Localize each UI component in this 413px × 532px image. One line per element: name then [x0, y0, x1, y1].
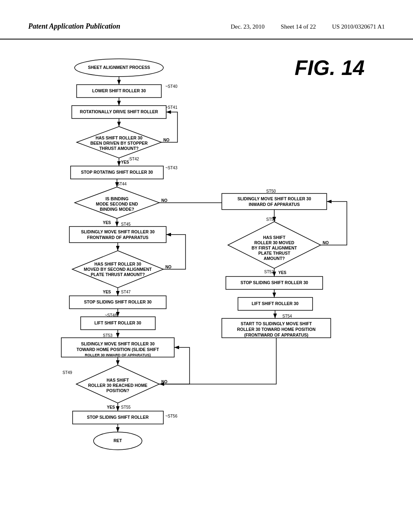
text-st46-3: PLATE THRUST AMOUNT? — [91, 272, 145, 277]
text-st51-3: BY FIRST ALIGNMENT — [252, 245, 297, 250]
text-st45-1: SLIDINGLY MOVE SHIFT ROLLER 30 — [81, 229, 155, 234]
text-st50-1: SLIDINGLY MOVE SHIFT ROLLER 30 — [238, 196, 311, 201]
publication-date: Dec. 23, 2010 — [231, 23, 265, 30]
flowchart-svg: SHEET ALIGNMENT PROCESS ~ST40 LOWER SHIF… — [40, 56, 371, 519]
text-st54-2: ROLLER 30 TOWARD HOME POSITION — [237, 327, 316, 332]
step-st45-label: ST45 — [121, 222, 131, 227]
step-st51-label: ST51 — [266, 217, 276, 222]
no-st42: NO — [163, 138, 169, 142]
text-st43: STOP ROTATING SHIFT ROLLER 30 — [81, 170, 153, 175]
arrow-st54-st49 — [159, 338, 276, 384]
header-meta: Dec. 23, 2010 Sheet 14 of 22 US 2010/032… — [231, 23, 385, 30]
text-st51-2: ROLLER 30 MOVED — [254, 240, 294, 245]
text-st53-2: TOWARD HOME POSITION (SLIDE SHIFT — [77, 347, 159, 352]
step-st49-label: ST49 — [63, 370, 72, 375]
no-st49: NO — [161, 380, 167, 384]
text-st49-3: POSITION? — [106, 388, 129, 393]
step-st47-label: ST47 — [121, 290, 131, 294]
page: Patent Application Publication Dec. 23, … — [0, 0, 413, 532]
step-st50-label: ST50 — [266, 189, 276, 193]
text-st47: STOP SLIDING SHIFT ROLLER 30 — [84, 299, 152, 304]
text-st51-4: PLATE THRUST — [258, 251, 290, 256]
text-st51-5: AMOUNT? — [264, 256, 285, 261]
text-lift-right: LIFT SHIFT ROLLER 30 — [252, 301, 298, 306]
step-st42-label: ·ST42 — [128, 157, 139, 161]
yes-st42: YES — [121, 160, 129, 164]
ret-label: RET — [114, 438, 123, 443]
publication-title: Patent Application Publication — [28, 22, 120, 31]
no-st51: NO — [323, 241, 329, 245]
sheet-info: Sheet 14 of 22 — [281, 23, 316, 30]
step-st54-label: ST54 — [282, 314, 292, 318]
arrow-no-st46 — [163, 235, 186, 269]
text-st49-1: HAS SHIFT — [106, 378, 129, 382]
step-st43-label: ~ST43 — [165, 166, 177, 170]
step-st53-label: ST53 — [103, 333, 113, 338]
text-st53-1: SLIDINGLY MOVE SHIFT ROLLER 30 — [81, 341, 155, 346]
text-st44-2: MODE SECOND END — [96, 202, 138, 206]
text-st54-3: (FRONTWARD OF APPARATUS) — [244, 332, 308, 337]
text-st42-1: HAS SHIFT ROLLER 30 — [96, 135, 142, 140]
yes-st51: YES — [278, 270, 286, 275]
no-st44: NO — [161, 198, 167, 203]
step-st44-label: ST44 — [117, 182, 127, 186]
yes-st49: YES — [107, 405, 115, 409]
figure-label: FIG. 14 — [295, 56, 365, 80]
text-st45-2: FRONTWARD OF APPARATUS — [87, 235, 148, 240]
text-st52: STOP SLIDING SHIFT ROLLER 30 — [240, 280, 308, 285]
step-st40-label: ~ST40 — [165, 84, 177, 89]
flowchart: SHEET ALIGNMENT PROCESS ~ST40 LOWER SHIF… — [24, 56, 389, 519]
text-st40: LOWER SHIFT ROLLER 30 — [92, 88, 146, 93]
step-st41-label: ~ST41 — [165, 105, 177, 110]
text-st54-1: START TO SLIDINGLY MOVE SHIFT — [241, 321, 312, 326]
yes-st46: YES — [103, 290, 111, 294]
text-st44-1: IS BINDING — [105, 196, 128, 201]
text-st48: LIFT SHIFT ROLLER 30 — [94, 320, 141, 325]
text-st49-2: ROLLER 30 REACHED HOME — [88, 383, 147, 388]
step-st55-label: ST55 — [121, 405, 131, 409]
patent-number: US 2010/0320671 A1 — [332, 23, 385, 30]
text-st41: ROTATIONALLY DRIVE SHIFT ROLLER — [80, 109, 158, 114]
text-st46-2: MOVED BY SECOND ALIGNMENT — [84, 267, 152, 272]
text-st44-3: BINDING MODE? — [100, 207, 134, 212]
text-st46-1: HAS SHIFT ROLLER 30 — [94, 262, 141, 266]
step-st52-label: ST52 — [264, 270, 274, 274]
text-st42-2: BEEN DRIVEN BY STOPPER — [90, 141, 148, 145]
text-st51-1: HAS SHIFT — [263, 235, 286, 240]
no-st46: NO — [165, 265, 171, 269]
text-st56: STOP SLIDING SHIFT ROLLER — [87, 415, 148, 420]
diagram-area: FIG. 14 SHEET ALIGNMENT PROCESS ~ST40 LO… — [0, 52, 413, 531]
page-header: Patent Application Publication Dec. 23, … — [0, 0, 413, 39]
yes-st44: YES — [103, 220, 111, 225]
step-st56-label: ~ST56 — [165, 414, 177, 418]
text-st50-2: INWARD OF APPARATUS — [249, 202, 300, 207]
text-st53-3: ROLLER 30 INWARD OF APPARATUS) — [85, 353, 150, 357]
text-st42-3: THRUST AMOUNT? — [99, 146, 139, 151]
start-label: SHEET ALIGNMENT PROCESS — [88, 65, 150, 70]
